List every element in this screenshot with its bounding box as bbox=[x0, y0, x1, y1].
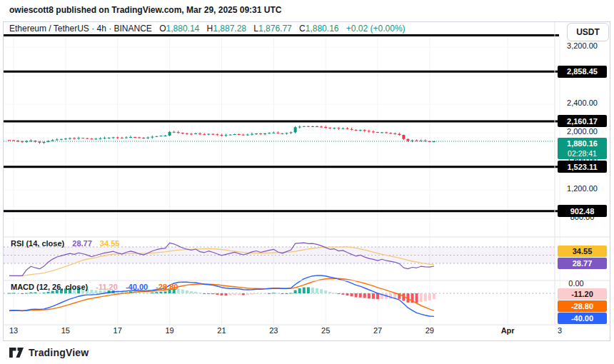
symbol-header: Ethereum / TetherUS · 4h · BINANCE O1,88… bbox=[9, 24, 406, 34]
level-price-badge: 1,523.11 bbox=[558, 161, 607, 173]
time-tick-label: 13 bbox=[1, 326, 26, 335]
time-tick-label: 21 bbox=[209, 326, 233, 335]
macd-line-axis-badge: -40.00 bbox=[558, 313, 607, 324]
macd-hist-axis-badge: -11.20 bbox=[558, 288, 607, 300]
chart-widget: Ethereum / TetherUS · 4h · BINANCE O1,88… bbox=[3, 21, 610, 341]
level-price-badge: 2,160.17 bbox=[558, 115, 607, 127]
high-value: 1,887.28 bbox=[213, 24, 246, 34]
change-value: +0.02 (+0.00%) bbox=[346, 24, 406, 34]
macd-legend: MACD (12, 26, close) -11.20 -40.00 -28.8… bbox=[11, 283, 183, 291]
time-tick-label: 17 bbox=[106, 326, 130, 335]
level-price-badge: 2,858.45 bbox=[558, 66, 607, 78]
open-label: O bbox=[159, 24, 166, 34]
last-price-value: 1,880.16 bbox=[558, 138, 607, 148]
price-tick-label: 3,200.00 bbox=[555, 41, 610, 50]
bar-countdown: 02:28:41 bbox=[558, 148, 607, 158]
attribution-text: owiescott8 published on TradingView.com,… bbox=[9, 5, 281, 15]
tradingview-logo-icon bbox=[9, 348, 24, 358]
macd-title: MACD (12, 26, close) bbox=[11, 283, 88, 291]
tradingview-logo-text: TradingView bbox=[29, 347, 89, 358]
time-tick-label: 25 bbox=[313, 326, 338, 335]
open-value: 1,880.14 bbox=[166, 24, 200, 34]
macd-signal-value: -28.80 bbox=[156, 283, 178, 291]
close-value: 1,880.16 bbox=[306, 24, 339, 34]
symbol-title: Ethereum / TetherUS · 4h · BINANCE bbox=[9, 24, 152, 34]
macd-signal-axis-badge: -28.80 bbox=[558, 300, 607, 312]
low-value: 1,876.77 bbox=[258, 24, 292, 34]
time-tick-label: 3 bbox=[548, 326, 572, 335]
price-tick-label: 2,000.00 bbox=[555, 127, 610, 136]
chart-canvas bbox=[4, 22, 610, 340]
time-tick-label: 27 bbox=[366, 326, 390, 335]
time-tick-label: 19 bbox=[158, 326, 182, 335]
tradingview-logo-link[interactable]: TradingView bbox=[9, 347, 89, 358]
close-label: C bbox=[299, 24, 306, 34]
macd-line-value: -40.00 bbox=[126, 283, 148, 291]
time-tick-label: 23 bbox=[261, 326, 286, 335]
rsi-axis-badge: 28.77 bbox=[558, 258, 607, 269]
price-tick-label: 1,200.00 bbox=[555, 184, 610, 193]
macd-hist-value: -11.20 bbox=[96, 283, 118, 291]
rsi-ma-axis-badge: 34.55 bbox=[558, 246, 607, 257]
level-price-badge: 902.48 bbox=[558, 205, 607, 217]
last-price-badge: 1,880.16 02:28:41 bbox=[558, 138, 607, 159]
page: { "attribution": "owiescott8 published o… bbox=[0, 0, 614, 364]
rsi-title: RSI (14, close) bbox=[11, 239, 64, 248]
rsi-legend: RSI (14, close) 28.77 34.55 bbox=[11, 239, 125, 248]
rsi-value: 28.77 bbox=[72, 239, 92, 248]
time-tick-label: Apr bbox=[495, 326, 520, 335]
price-axis-unit-button[interactable]: USDT bbox=[567, 23, 609, 41]
high-label: H bbox=[207, 24, 213, 34]
time-tick-label: 15 bbox=[54, 326, 78, 335]
macd-zero-axis-label: 0.00 bbox=[555, 279, 598, 288]
rsi-ma-value: 34.55 bbox=[100, 239, 120, 248]
price-tick-label: 2,400.00 bbox=[555, 98, 610, 107]
time-tick-label: 29 bbox=[418, 326, 442, 335]
